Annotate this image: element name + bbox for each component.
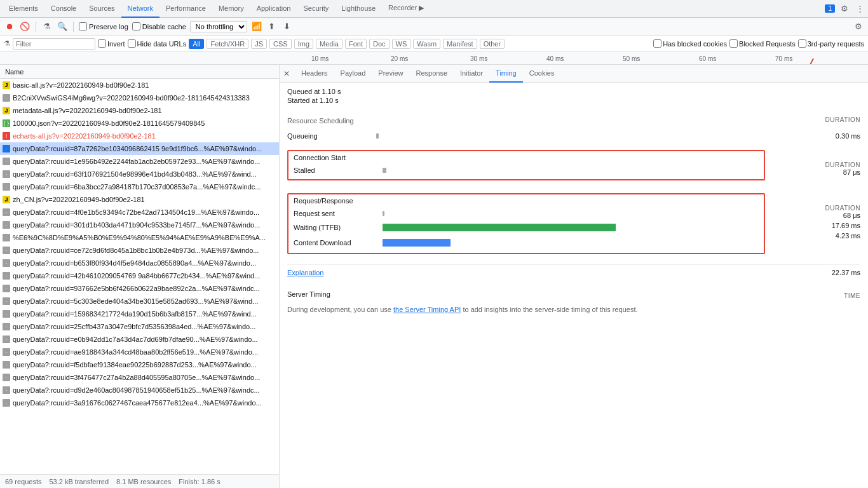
list-item[interactable]: · B2CniXVwSwiGS4iMg6wg?v=202202160949-bd… — [0, 92, 279, 104]
devtools-more-btn[interactable]: ⋮ — [854, 3, 865, 15]
total-value: 22.37 ms — [832, 269, 860, 276]
queueing-bar-area — [376, 132, 810, 140]
tab-elements[interactable]: Elements — [3, 0, 44, 18]
server-timing-api-link[interactable]: the Server Timing API — [393, 306, 461, 313]
clear-btn[interactable]: 🚫 — [19, 21, 31, 32]
hide-data-urls-checkbox[interactable] — [128, 39, 136, 48]
tab-timing[interactable]: Timing — [489, 65, 523, 83]
tab-application[interactable]: Application — [250, 0, 297, 18]
tab-preview[interactable]: Preview — [372, 65, 409, 83]
filter-input[interactable] — [13, 38, 95, 50]
list-item[interactable]: { } 100000.json?v=202202160949-bd0f90e2-… — [0, 117, 279, 130]
tab-initiator[interactable]: Initiator — [454, 65, 489, 83]
main-area: Name J basic-all.js?v=202202160949-bd0f9… — [0, 65, 868, 488]
filter-tag-media[interactable]: Media — [316, 39, 342, 49]
throttle-select[interactable]: No throttling — [190, 21, 247, 32]
settings-gear-btn[interactable]: ⚙ — [853, 21, 864, 32]
export-btn[interactable]: ⬇ — [281, 21, 293, 32]
other-icon: · — [3, 285, 10, 292]
list-item[interactable]: · queryData?:rcuuid=25cffb437a3047e9bfc7… — [0, 320, 279, 333]
blocked-cookies-label[interactable]: Has blocked cookies — [653, 39, 727, 48]
tab-security[interactable]: Security — [297, 0, 335, 18]
tab-recorder[interactable]: Recorder ▶ — [382, 0, 430, 18]
filter-tag-img[interactable]: Img — [294, 39, 313, 49]
list-item[interactable]: ! echarts-all.js?v=202202160949-bd0f90e2… — [0, 130, 279, 142]
invert-checkbox[interactable] — [98, 39, 106, 48]
devtools-settings-btn[interactable]: ⚙ — [839, 3, 850, 15]
filter-tag-manifest[interactable]: Manifest — [443, 39, 477, 49]
filter-tag-css[interactable]: CSS — [269, 39, 292, 49]
list-item[interactable]: · queryData?:rcuuid=937662e5bb6f4266b062… — [0, 282, 279, 295]
list-item[interactable]: · queryData?:rcuuid=301d1b403da4471b904c… — [0, 219, 279, 231]
explanation-link[interactable]: Explanation — [287, 269, 324, 276]
wifi-btn[interactable]: 📶 — [251, 21, 262, 32]
list-item[interactable]: · queryData?:rcuuid=ce72c9d6fd8c45a1b8bc… — [0, 244, 279, 257]
filter-tag-js[interactable]: JS — [251, 39, 267, 49]
tab-memory[interactable]: Memory — [212, 0, 250, 18]
import-btn[interactable]: ⬆ — [266, 21, 278, 32]
list-item[interactable]: · queryData?:rcuuid=b653f80f934d4f5e9484… — [0, 257, 279, 269]
list-item[interactable]: · queryData?:rcuuid=42b4610209054769 9a8… — [0, 269, 279, 282]
filter-tag-all[interactable]: All — [189, 39, 204, 49]
other-icon: · — [3, 259, 10, 267]
hide-data-urls-label[interactable]: Hide data URLs — [128, 39, 187, 48]
list-item[interactable]: · queryData?:rcuuid=d9d2e460ac8049878519… — [0, 384, 279, 396]
blocked-requests-label[interactable]: Blocked Requests — [729, 39, 796, 48]
disable-cache-checkbox[interactable] — [132, 22, 140, 30]
list-item[interactable]: · queryData?:rcuuid=ae9188434a344cd48baa… — [0, 346, 279, 358]
tab-response[interactable]: Response — [409, 65, 454, 83]
filter-tag-font[interactable]: Font — [345, 39, 367, 49]
other-icon: · — [3, 374, 10, 381]
list-item[interactable]: · %E6%9C%8D%E9%A5%B0%E9%94%80%E5%94%AE%E… — [0, 231, 279, 244]
other-icon: · — [3, 145, 10, 152]
list-item[interactable]: · queryData?:rcuuid=6ba3bcc27a984187b170… — [0, 180, 279, 193]
preserve-log-checkbox[interactable] — [79, 22, 87, 30]
list-item[interactable]: J metadata-all.js?v=202202160949-bd0f90e… — [0, 104, 279, 117]
other-icon: · — [3, 336, 10, 343]
preserve-log-label[interactable]: Preserve log — [79, 22, 128, 30]
disable-cache-label[interactable]: Disable cache — [132, 22, 186, 30]
third-party-label[interactable]: 3rd-party requests — [798, 39, 864, 48]
invert-label[interactable]: Invert — [98, 39, 125, 48]
list-item-selected[interactable]: · queryData?:rcuuid=87a7262be10340968624… — [0, 142, 279, 155]
list-item[interactable]: · queryData?:rcuuid=3a91676c0627467caea4… — [0, 396, 279, 409]
list-item[interactable]: J basic-all.js?v=202202160949-bd0f90e2-1… — [0, 79, 279, 92]
left-panel: Name J basic-all.js?v=202202160949-bd0f9… — [0, 65, 280, 488]
list-item[interactable]: · queryData?:rcuuid=1e956b492e2244fab1ac… — [0, 155, 279, 168]
third-party-checkbox[interactable] — [798, 39, 806, 48]
server-timing-time-label: TIME — [844, 292, 860, 299]
search-btn[interactable]: 🔍 — [57, 21, 68, 32]
list-item[interactable]: · queryData?:rcuuid=63f1076921504e98996e… — [0, 168, 279, 180]
filter-btn[interactable]: ⚗ — [41, 21, 53, 32]
tab-lighthouse[interactable]: Lighthouse — [335, 0, 382, 18]
record-btn[interactable]: ⏺ — [4, 21, 15, 32]
filter-tag-wasm[interactable]: Wasm — [413, 39, 440, 49]
other-icon: · — [3, 183, 10, 191]
filter-tag-ws[interactable]: WS — [392, 39, 411, 49]
filter-tag-fetch-xhr[interactable]: Fetch/XHR — [207, 39, 248, 49]
json-icon: { } — [3, 119, 10, 127]
content-download-bar-area — [383, 239, 759, 247]
list-item[interactable]: · queryData?:rcuuid=f5dbfaef91384eae9022… — [0, 358, 279, 371]
tab-payload[interactable]: Payload — [334, 65, 372, 83]
blocked-cookies-checkbox[interactable] — [653, 39, 661, 48]
tab-console[interactable]: Console — [44, 0, 83, 18]
tab-cookies[interactable]: Cookies — [523, 65, 561, 83]
list-item[interactable]: · queryData?:rcuuid=5c303e8ede404a34be30… — [0, 295, 279, 308]
close-panel-btn[interactable]: ✕ — [283, 69, 290, 78]
blocked-requests-checkbox[interactable] — [729, 39, 738, 48]
tl-40ms: 40 ms — [546, 55, 564, 62]
filter-tag-other[interactable]: Other — [480, 39, 505, 49]
content-download-bar — [383, 239, 451, 247]
filter-tag-doc[interactable]: Doc — [369, 39, 390, 49]
tab-headers[interactable]: Headers — [295, 65, 334, 83]
tab-performance[interactable]: Performance — [159, 0, 212, 18]
tab-network[interactable]: Network — [121, 0, 159, 18]
list-item[interactable]: · queryData?:rcuuid=1596834217724da190d1… — [0, 308, 279, 320]
list-item[interactable]: · queryData?:rcuuid=e0b942dd1c7a43d4ac7d… — [0, 333, 279, 346]
list-item[interactable]: · queryData?:rcuuid=3f476477c27a4b2a88d4… — [0, 371, 279, 384]
list-item[interactable]: J zh_CN.js?v=202202160949-bd0f90e2-181 — [0, 193, 279, 206]
tab-sources[interactable]: Sources — [83, 0, 121, 18]
timing-panel: Queued at 1.10 s Started at 1.10 s Resou… — [280, 83, 868, 488]
list-item[interactable]: · queryData?:rcuuid=4f0e1b5c93494c72be42… — [0, 206, 279, 219]
